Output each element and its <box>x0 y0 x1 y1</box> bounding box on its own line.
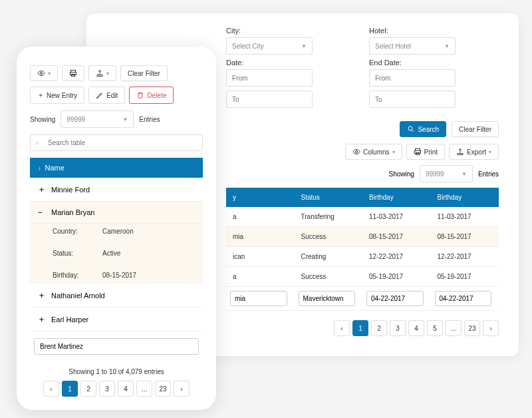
detail-value: 08-15-2017 <box>102 272 136 279</box>
detail-value: Cameroon <box>102 228 134 235</box>
list-item[interactable]: ＋ Nathaniel Arnold <box>30 284 203 308</box>
print-icon <box>414 148 422 156</box>
page-number[interactable]: 3 <box>99 381 115 397</box>
svg-line-1 <box>412 130 414 132</box>
sort-ascending-icon: ↓ <box>38 164 41 171</box>
expand-icon[interactable]: ＋ <box>38 290 45 300</box>
expand-icon[interactable]: ＋ <box>38 184 45 194</box>
filters-grid: City: Select City▼ Hotel: Select Hotel▼ <box>226 27 499 55</box>
page-number[interactable]: 4 <box>118 381 134 397</box>
pencil-icon <box>96 91 104 99</box>
page-number[interactable]: 4 <box>408 320 424 336</box>
clear-filter-button[interactable]: Clear Filter <box>452 121 499 137</box>
hotel-select[interactable]: Select Hotel▼ <box>369 37 456 55</box>
date-to-input[interactable] <box>226 91 313 108</box>
visibility-dropdown[interactable]: ▾ <box>30 65 58 81</box>
mobile-toolbar-1: ▾ ▾ Clear Filter <box>30 65 203 81</box>
list-item-details: Country:Cameroon Status:Active Birthday:… <box>30 224 203 284</box>
row-name: Earl Harper <box>51 315 88 323</box>
delete-button[interactable]: Delete <box>129 87 174 104</box>
export-dropdown[interactable]: ▾ <box>88 65 116 81</box>
page-number[interactable]: 1 <box>352 320 368 336</box>
page-number[interactable]: 23 <box>464 320 480 336</box>
edit-cell-input[interactable] <box>366 291 424 306</box>
list-item[interactable]: ＋ Earl Harper <box>30 308 203 331</box>
filter-actions: Search Clear Filter <box>226 121 499 137</box>
column-header[interactable]: y <box>226 188 295 207</box>
edit-cell-input[interactable] <box>299 291 356 306</box>
column-header[interactable]: Birthday <box>362 188 431 207</box>
page-number[interactable]: 2 <box>371 320 387 336</box>
page-number[interactable]: 1 <box>62 381 78 397</box>
end-date-to-input[interactable] <box>369 91 456 108</box>
collapse-icon[interactable]: − <box>38 208 45 216</box>
chevron-down-icon: ▾ <box>489 149 491 155</box>
svg-point-0 <box>408 126 412 130</box>
edit-cell-input[interactable] <box>435 291 492 306</box>
clear-filter-button[interactable]: Clear Filter <box>120 65 168 81</box>
export-icon <box>456 148 464 156</box>
page-number[interactable]: 2 <box>80 381 96 397</box>
search-input[interactable] <box>30 134 203 151</box>
end-date-from-input[interactable] <box>369 69 456 87</box>
row-name: Marian Bryan <box>51 208 94 216</box>
showing-label: Showing <box>389 170 414 178</box>
plus-icon: ＋ <box>37 91 44 100</box>
search-button[interactable]: Search <box>400 121 446 137</box>
eye-icon <box>352 148 360 156</box>
table-row[interactable]: miaSuccess08-15-201708-15-2017 <box>226 227 499 247</box>
page-prev[interactable]: ‹ <box>43 381 59 397</box>
export-button[interactable]: Export ▾ <box>449 144 499 160</box>
chevron-down-icon: ▾ <box>106 71 109 77</box>
chevron-down-icon: ▼ <box>462 171 467 177</box>
entries-selector: Showing 99999▼ Entries <box>30 110 203 128</box>
list-item-expanded[interactable]: − Marian Bryan <box>30 202 203 224</box>
row-name: Minnie Ford <box>51 186 90 194</box>
city-label: City: <box>226 27 356 35</box>
entries-select[interactable]: 99999▼ <box>61 110 134 128</box>
svg-point-2 <box>356 151 358 153</box>
mobile-toolbar-2: ＋ New Entry Edit Delete <box>30 87 203 104</box>
column-header[interactable]: Status <box>295 188 363 207</box>
detail-label: Country: <box>53 228 102 235</box>
columns-button[interactable]: Columns ▾ <box>345 144 402 160</box>
page-number[interactable]: 3 <box>390 320 406 336</box>
date-from-input[interactable] <box>226 69 313 87</box>
mobile-table-panel: ▾ ▾ Clear Filter ＋ New Entry Edit Delete… <box>17 47 216 410</box>
detail-value: Active <box>102 250 120 257</box>
print-button[interactable] <box>62 65 84 81</box>
list-item[interactable]: ＋ Minnie Ford <box>30 178 203 202</box>
entries-select[interactable]: 99999▼ <box>420 165 473 182</box>
table-row[interactable]: icanCreating12-22-201712-22-2017 <box>226 247 499 267</box>
table-row-editing[interactable] <box>226 287 499 311</box>
print-icon <box>69 69 77 77</box>
table-row[interactable]: aSuccess05-19-201705-19-2017 <box>226 267 499 287</box>
svg-point-7 <box>41 73 43 75</box>
trash-icon <box>136 91 144 99</box>
pagination: ‹ 1 2 3 4 5 … 23 › <box>226 320 499 336</box>
new-entry-button[interactable]: ＋ New Entry <box>30 87 84 104</box>
page-next[interactable]: › <box>174 381 190 397</box>
detail-label: Birthday: <box>53 272 102 279</box>
table-header[interactable]: ↓ Name <box>30 158 203 178</box>
entries-label: Entries <box>139 116 160 123</box>
edit-cell-input[interactable] <box>230 291 287 306</box>
page-number[interactable]: 23 <box>155 381 171 397</box>
chevron-down-icon: ▾ <box>392 149 395 155</box>
page-prev[interactable]: ‹ <box>334 320 350 336</box>
export-icon <box>96 69 104 77</box>
print-button[interactable]: Print <box>406 144 446 160</box>
page-ellipsis: … <box>136 381 152 397</box>
table-row[interactable]: aTransfering11-03-201711-03-2017 <box>226 207 499 227</box>
column-header[interactable]: Birthday <box>431 188 499 207</box>
hotel-label: Hotel: <box>369 27 499 35</box>
expand-icon[interactable]: ＋ <box>38 314 45 324</box>
edit-name-input[interactable] <box>34 338 199 355</box>
city-select[interactable]: Select City▼ <box>226 37 313 55</box>
pagination: ‹ 1 2 3 4 … 23 › <box>30 381 203 397</box>
page-next[interactable]: › <box>483 320 499 336</box>
page-number[interactable]: 5 <box>427 320 443 336</box>
list-item-editing <box>30 331 203 361</box>
edit-button[interactable]: Edit <box>88 87 125 104</box>
chevron-down-icon: ▾ <box>48 71 51 77</box>
